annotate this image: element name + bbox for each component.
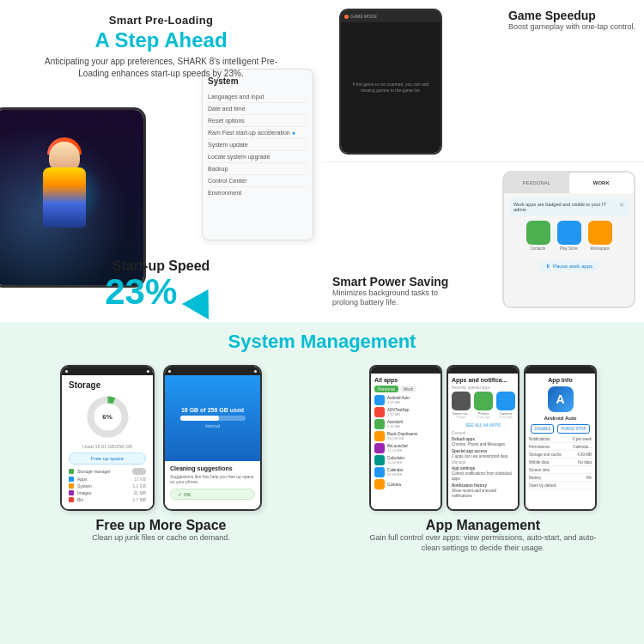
- storage-color-dot: [69, 497, 74, 502]
- startup-speed-section: Start-up Speed 23%: [0, 258, 322, 313]
- notifications-title: Apps and notifica...: [452, 377, 514, 383]
- app-info-title: App info: [529, 377, 592, 383]
- app-info-row: Screen time: [529, 468, 592, 474]
- close-icon[interactable]: ✕: [619, 202, 624, 209]
- bottom-half: System Management Storage: [0, 322, 644, 644]
- settings-item: Reset options: [208, 115, 307, 127]
- settings-item: Date and time: [208, 103, 307, 115]
- force-stop-button[interactable]: FORCE STOP: [557, 424, 589, 434]
- smart-power-info: Smart Power Saving Minimizes background …: [332, 275, 453, 308]
- smart-preloading-label: Smart Pre-Loading: [15, 14, 307, 27]
- settings-item: Languages and input: [208, 91, 307, 103]
- app-icon: [374, 467, 385, 477]
- cleanup-desc: Suggestions like this help you free up s…: [170, 474, 255, 485]
- app-info-row: Mobile dataNo data: [529, 460, 592, 466]
- app-icon: [374, 455, 385, 465]
- app-list-item: BvLauncher11.12 MB: [374, 443, 437, 453]
- game-mode-phone: GAME MODE If the game is not scanned, yo…: [339, 9, 442, 155]
- app-icon: [374, 479, 385, 489]
- bottom-right-section: All apps Personal Work Android Auto4.93 …: [322, 358, 644, 644]
- storage-list-item: Storage manager: [69, 468, 146, 475]
- ok-button[interactable]: ✓ OK: [170, 489, 255, 500]
- app-icon: [374, 419, 385, 429]
- game-mode-text: If the game is not scanned, you can add …: [348, 82, 434, 94]
- recently-opened-label: Recently opened apps: [452, 386, 514, 390]
- free-up-desc: Clean up junk files or cache on demand.: [92, 533, 230, 544]
- storage-phone: Storage 6% Used 15.91 GB/256 GB: [60, 365, 155, 511]
- smart-power-desc: Minimizes background tasks to prolong ba…: [332, 289, 453, 308]
- top-right-section: GAME MODE If the game is not scanned, yo…: [322, 0, 644, 322]
- app-info-row: Open by default: [529, 483, 592, 489]
- workspace-icon: [588, 221, 612, 245]
- cleanup-suggestions-title: Cleaning suggestions: [170, 465, 255, 471]
- free-up-title: Free up More Space: [92, 518, 230, 533]
- work-notice: Work apps are badged and visible to your…: [509, 198, 629, 216]
- personal-tab[interactable]: PERSONAL: [504, 173, 569, 193]
- app-info-row: Storage and cache4.93 MB: [529, 453, 592, 459]
- settings-item: Control Center: [208, 175, 307, 187]
- notifications-phone: Apps and notifica... Recently opened app…: [447, 365, 519, 511]
- app-list-item: Calculator11.40 MB: [374, 455, 437, 465]
- storage-manager-toggle[interactable]: [132, 468, 146, 475]
- work-tab[interactable]: WORK: [569, 173, 635, 193]
- page: Smart Pre-Loading A Step Ahead Anticipat…: [0, 0, 644, 644]
- app-icon: [374, 407, 385, 417]
- settings-item: System update: [208, 139, 307, 151]
- cleanup-storage-text: 16 GB of 256 GB used: [181, 407, 244, 413]
- settings-item: Ram Fast start-up acceleration ●: [208, 127, 307, 139]
- storage-color-dot: [69, 469, 74, 474]
- game-mode-label: GAME MODE: [350, 14, 377, 19]
- free-up-info: Free up More Space Clean up junk files o…: [92, 518, 230, 544]
- donut-chart: 6%: [84, 393, 131, 440]
- storage-label: Storage: [69, 380, 146, 390]
- game-speedup-title: Game Speedup: [508, 9, 635, 22]
- personal-apps-tab[interactable]: Personal: [374, 386, 398, 392]
- game-speedup-section: GAME MODE If the game is not scanned, yo…: [322, 0, 644, 161]
- cleanup-phone: 16 GB of 256 GB used Internal Cleaning s…: [163, 365, 262, 511]
- app-list-item: ADVTestApp1.30 MB: [374, 407, 437, 417]
- all-apps-phone: All apps Personal Work Android Auto4.93 …: [369, 365, 442, 511]
- pause-icon: ⏸: [545, 264, 550, 269]
- storage-used-label: Used 15.91 GB/256 GB: [69, 444, 146, 449]
- startup-percent: 23%: [105, 274, 177, 310]
- free-up-space-button[interactable]: Free up space: [69, 453, 146, 465]
- settings-item: Backup: [208, 163, 307, 175]
- pause-work-button[interactable]: ⏸ Pause work apps: [538, 261, 599, 271]
- app-icon: [374, 431, 385, 441]
- storage-list-item: Apps 17 KB: [69, 477, 146, 482]
- storage-list: Storage manager Apps 17 KB: [69, 468, 146, 502]
- phones-row: Storage 6% Used 15.91 GB/256 GB: [60, 365, 262, 511]
- storage-color-dot: [69, 483, 74, 489]
- app-info-row: PermissionsCalendar...: [529, 445, 592, 451]
- game-speedup-desc: Boost gameplay with one-tap control.: [508, 22, 635, 33]
- storage-list-item: Bin 2.7 MB: [69, 497, 146, 502]
- workspace-label: Workspace: [588, 246, 612, 251]
- app-list-item: Camera: [374, 479, 437, 489]
- bottom-left-section: Storage 6% Used 15.91 GB/256 GB: [0, 358, 322, 644]
- internal-label: Internal: [205, 423, 220, 428]
- android-auto-icon: A: [548, 386, 574, 412]
- game-speedup-info: Game Speedup Boost gameplay with one-tap…: [508, 9, 635, 33]
- work-apps-tab[interactable]: Work: [400, 386, 417, 392]
- top-half: Smart Pre-Loading A Step Ahead Anticipat…: [0, 0, 644, 322]
- step-ahead-title: A Step Ahead: [15, 28, 307, 52]
- app-info-name: Android Auto: [529, 416, 592, 421]
- contacts-label: Contacts: [526, 246, 550, 251]
- app-list-item: Assistant2.30 MB: [374, 419, 437, 429]
- contacts-icon: [526, 221, 550, 245]
- app-mgmt-info: App Management Gain full control over ap…: [363, 518, 604, 553]
- app-mgmt-desc: Gain full control over apps: view permis…: [363, 533, 604, 553]
- all-apps-title: All apps: [374, 377, 437, 383]
- top-left-section: Smart Pre-Loading A Step Ahead Anticipat…: [0, 0, 322, 322]
- disable-button[interactable]: DISABLE: [531, 424, 554, 434]
- app-info-row: Battery0%: [529, 476, 592, 482]
- step-ahead-desc: Anticipating your app preferences, SHARK…: [33, 56, 290, 80]
- three-phones-row: All apps Personal Work Android Auto4.93 …: [369, 365, 597, 511]
- see-all-apps[interactable]: SEE ALL 64 APPS: [452, 422, 514, 428]
- app-list-item: Android Auto4.93 MB: [374, 395, 437, 405]
- app-icon: [374, 395, 385, 405]
- game-character: [30, 142, 107, 253]
- storage-list-item: System 1.1 GB: [69, 483, 146, 489]
- settings-item: Locale system upgrade: [208, 151, 307, 163]
- smart-power-section: PERSONAL WORK Work apps are badged and v…: [322, 161, 644, 323]
